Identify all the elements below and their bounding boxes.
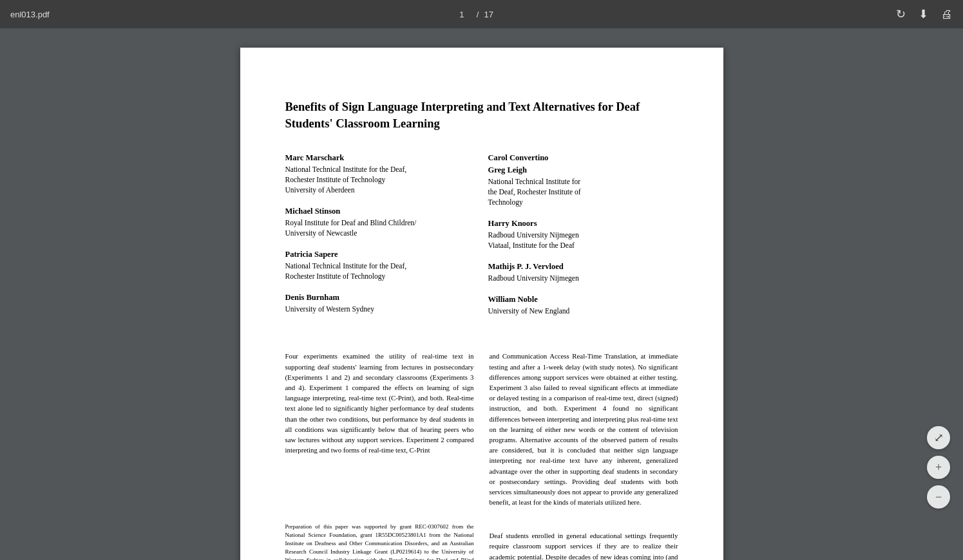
footnote-section: Preparation of this paper was supported … [285,523,678,560]
toolbar-center: 1 / 17 [452,10,493,19]
current-page-display[interactable]: 1 [452,10,472,19]
refresh-icon[interactable]: ↻ [896,7,906,21]
pan-button[interactable]: ⤢ [927,426,950,449]
author-name-noble: William Noble [488,295,678,304]
author-name-sapere: Patricia Sapere [285,250,475,259]
author-name-leigh: Michael Stinson [285,207,475,216]
pdf-filename: enl013.pdf [10,10,50,19]
author-name-marschark: Marc Marschark [285,153,475,163]
author-affil-leigh: Royal Institute for Deaf and Blind Child… [285,218,475,238]
author-affil-marschark: National Technical Institute for the Dea… [285,164,475,195]
author-block-marschark: Marc Marschark National Technical Instit… [285,153,475,195]
author-name-convertino: Carol Convertino [488,153,678,163]
author-affil-noble: University of New England [488,306,678,316]
author-name-stinson: Greg Leigh [488,165,678,175]
author-affil-sapere: National Technical Institute for the Dea… [285,261,475,281]
author-name-knoors: Harry Knoors [488,219,678,229]
author-block-knoors: Harry Knoors Radboud University Nijmegen… [488,219,678,250]
author-block-leigh: Michael Stinson Royal Institute for Deaf… [285,207,475,238]
authors-grid: Marc Marschark National Technical Instit… [285,153,678,328]
print-icon[interactable]: 🖨 [941,8,953,21]
total-pages: 17 [484,10,493,19]
author-affil-knoors: Radboud University NijmegenViataal, Inst… [488,230,678,250]
paper-title: Benefits of Sign Language Interpreting a… [285,99,678,133]
page-separator: / [477,10,479,19]
author-block-vervloed: Mathijs P. J. Vervloed Radboud Universit… [488,262,678,283]
author-affil-vervloed: Radboud University Nijmegen [488,273,678,283]
body-col-right: Deaf students enrolled in general educat… [490,523,678,560]
author-name-burnham: Denis Burnham [285,293,475,303]
author-block-noble: William Noble University of New England [488,295,678,316]
author-col-left: Marc Marschark National Technical Instit… [285,153,475,328]
side-controls: ⤢ + − [927,426,950,509]
toolbar: enl013.pdf 1 / 17 ↻ ⬇ 🖨 [0,0,963,28]
abstract-section: Four experiments examined the utility of… [285,351,678,507]
author-block-sapere: Patricia Sapere National Technical Insti… [285,250,475,281]
zoom-out-button[interactable]: − [927,485,950,509]
zoom-in-button[interactable]: + [927,456,950,479]
toolbar-left: enl013.pdf [10,10,50,19]
footnote-text: Preparation of this paper was supported … [285,523,474,560]
abstract-left: Four experiments examined the utility of… [285,351,474,507]
author-block-burnham: Denis Burnham University of Western Sydn… [285,293,475,314]
toolbar-right: ↻ ⬇ 🖨 [896,7,953,21]
author-col-right: Carol Convertino Greg Leigh National Tec… [488,153,678,328]
author-block-convertino: Carol Convertino Greg Leigh National Tec… [488,153,678,207]
abstract-right: and Communication Access Real-Time Trans… [490,351,678,507]
download-icon[interactable]: ⬇ [919,7,928,21]
pdf-page: Benefits of Sign Language Interpreting a… [240,48,723,560]
body-text: Deaf students enrolled in general educat… [490,530,678,560]
pdf-viewer: Benefits of Sign Language Interpreting a… [0,28,963,560]
author-affil-burnham: University of Western Sydney [285,304,475,314]
author-affil-stinson: National Technical Institute forthe Deaf… [488,176,678,207]
author-name-vervloed: Mathijs P. J. Vervloed [488,262,678,272]
